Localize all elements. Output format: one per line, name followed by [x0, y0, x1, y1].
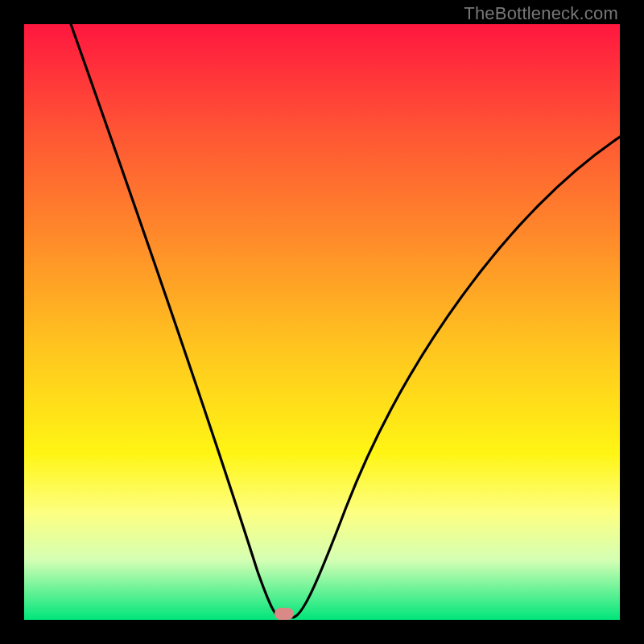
plot-area	[24, 24, 620, 620]
optimal-point-marker	[275, 608, 294, 620]
bottleneck-curve-path	[71, 24, 620, 617]
chart-frame: TheBottleneck.com	[0, 0, 644, 644]
curve-svg	[24, 24, 620, 620]
watermark-text: TheBottleneck.com	[464, 3, 618, 24]
